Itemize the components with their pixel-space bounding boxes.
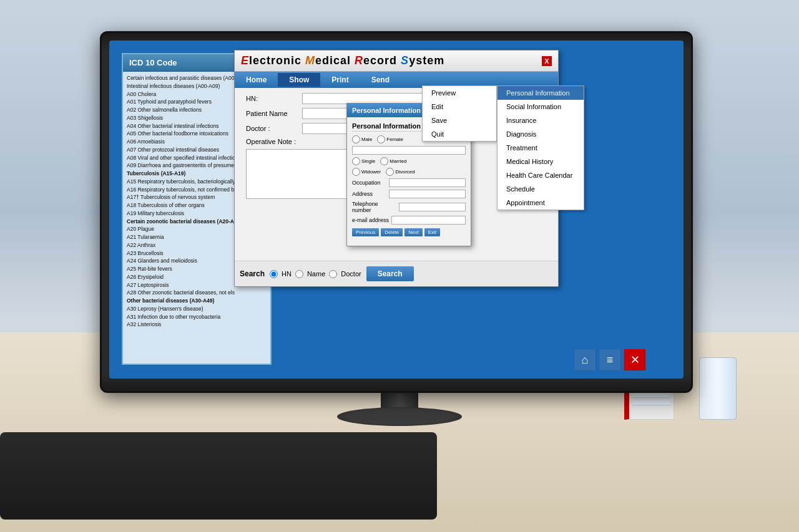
marital-status-group: Single Married (352, 157, 466, 165)
status-widower-label: Widower (361, 169, 381, 175)
status-divorced-radio[interactable] (386, 168, 394, 176)
address-input[interactable] (389, 190, 466, 198)
status-single-radio[interactable] (352, 157, 360, 165)
gender-female-label: Female (386, 137, 403, 142)
list-item: A28 Other zoonotic bacterial diseases, n… (127, 289, 267, 297)
search-radio-hn[interactable] (270, 270, 278, 278)
gender-female-item: Female (377, 135, 403, 143)
personal-info-title: Personal Information (352, 107, 421, 114)
submenu-health-care-calendar[interactable]: Health Care Calendar (498, 168, 584, 182)
patient-name-label: Patient Name (246, 110, 302, 117)
marital-status-group2: Widower Divorced (352, 168, 466, 176)
title-record: ecord (363, 54, 401, 67)
search-radio-name[interactable] (295, 270, 303, 278)
email-input[interactable] (391, 216, 466, 225)
app-title-bar: Electronic Medical Record System X (235, 51, 558, 72)
previous-button[interactable]: Previous (352, 228, 379, 236)
action-buttons: Previous Delete Next Exit (352, 228, 466, 236)
list-item: A31 Infection due to other mycobacteria (127, 313, 267, 321)
search-button[interactable]: Search (366, 266, 414, 281)
occupation-label: Occupation (352, 180, 386, 186)
note-line (633, 400, 670, 405)
pencil-cup (699, 357, 737, 420)
search-doctor-label: Doctor (341, 270, 361, 278)
email-label: e-mail address (352, 217, 389, 223)
submenu-personal-information[interactable]: Personal Information (498, 86, 584, 100)
status-single-item: Single (352, 157, 375, 165)
address-label: Address (352, 191, 386, 197)
email-row: e-mail address (352, 216, 466, 225)
submenu-diagnosis[interactable]: Diagnosis (498, 127, 584, 141)
address-row: Address (352, 190, 466, 198)
status-divorced-item: Divorced (386, 168, 415, 176)
operative-note-label: Operative Note : (246, 138, 302, 145)
menu-show[interactable]: Show (278, 73, 320, 87)
dropdown-preview[interactable]: Preview (423, 86, 496, 100)
note-line (633, 393, 670, 398)
status-married-radio[interactable] (380, 157, 388, 165)
taskbar-icons: ⌂ ≡ ✕ (574, 349, 646, 371)
search-hn-label: HN (282, 270, 292, 278)
dropdown-save[interactable]: Save (423, 114, 496, 127)
title-e: E (241, 54, 249, 67)
search-radio-group: HN Name Doctor (270, 270, 361, 278)
list-item: A30 Leprosy (Hansen's disease) (127, 305, 267, 313)
status-widower-item: Widower (352, 168, 381, 176)
gender-male-label: Male (361, 137, 372, 142)
menu-print[interactable]: Print (320, 73, 360, 87)
submenu-treatment[interactable]: Treatment (498, 141, 584, 155)
dropdown-edit[interactable]: Edit (423, 100, 496, 114)
monitor-screen: ICD 10 Code Certain infectious and paras… (109, 41, 684, 379)
occupation-row: Occupation (352, 178, 466, 187)
hn-label: HN: (246, 95, 302, 102)
title-r: R (355, 54, 363, 67)
search-name-label: Name (307, 270, 325, 278)
show-dropdown: Preview Edit Save Quit (422, 85, 497, 142)
gender-female-radio[interactable] (377, 135, 385, 143)
list-item: A32 Listeriosis (127, 321, 267, 329)
taskbar-home-button[interactable]: ⌂ (574, 349, 596, 371)
submenu-insurance[interactable]: Insurance (498, 114, 584, 127)
telephone-label: Telephone number (352, 201, 396, 213)
submenu-schedule[interactable]: Schedule (498, 182, 584, 196)
title-s: S (401, 54, 409, 67)
submenu-medical-history[interactable]: Medical History (498, 155, 584, 168)
app-title: Electronic Medical Record System (241, 54, 444, 67)
submenu-social-information[interactable]: Social Information (498, 100, 584, 114)
taskbar-close-button[interactable]: ✕ (624, 349, 646, 371)
status-married-item: Married (380, 157, 406, 165)
doctor-label: Doctor : (246, 125, 302, 132)
status-widower-radio[interactable] (352, 168, 360, 176)
title-system: ystem (409, 54, 444, 67)
telephone-row: Telephone number (352, 201, 466, 213)
search-radio-doctor[interactable] (329, 270, 337, 278)
occupation-input[interactable] (389, 178, 466, 187)
status-single-label: Single (361, 158, 375, 164)
delete-button[interactable]: Delete (381, 228, 403, 236)
status-married-label: Married (390, 158, 406, 164)
monitor: ICD 10 Code Certain infectious and paras… (100, 31, 693, 393)
keyboard (0, 432, 437, 520)
menu-send[interactable]: Send (360, 73, 401, 87)
next-button[interactable]: Next (404, 228, 422, 236)
name-input[interactable] (352, 146, 466, 155)
exit-button[interactable]: Exit (424, 228, 440, 236)
search-label: Search (240, 269, 265, 278)
status-divorced-label: Divorced (395, 169, 415, 175)
title-m: M (305, 54, 315, 67)
monitor-stand-base (337, 407, 462, 426)
taskbar-notes-button[interactable]: ≡ (599, 349, 621, 371)
app-close-button[interactable]: X (542, 56, 552, 66)
dropdown-quit[interactable]: Quit (423, 127, 496, 141)
search-bar: Search HN Name Doctor Search (235, 261, 558, 286)
list-item: Other bacterial diseases (A30-A49) (127, 297, 267, 305)
menu-home[interactable]: Home (235, 73, 278, 87)
gender-male-item: Male (352, 135, 372, 143)
personal-submenu: Personal Information Social Information … (497, 85, 584, 210)
submenu-appointment[interactable]: Appointment (498, 196, 584, 210)
telephone-input[interactable] (399, 203, 466, 211)
gender-male-radio[interactable] (352, 135, 360, 143)
title-electronic: lectronic (249, 54, 305, 67)
title-medical: edical (315, 54, 355, 67)
